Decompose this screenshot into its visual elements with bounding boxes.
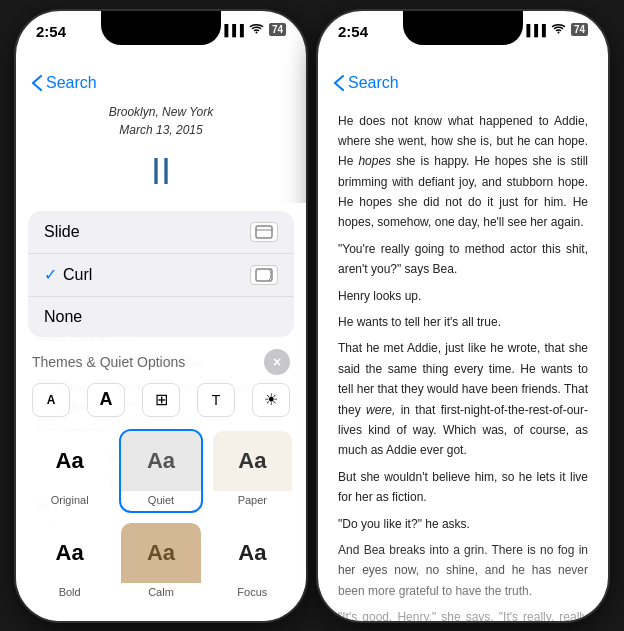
signal-icon-right: ▐▐▐	[522, 24, 545, 36]
theme-card-paper[interactable]: Aa Paper	[211, 429, 294, 513]
overlay-panel: Slide ✓ Curl	[16, 203, 306, 621]
checkmark-icon: ✓	[44, 265, 57, 284]
theme-text-quiet: Aa	[147, 448, 175, 474]
layout-icon: ⊞	[155, 390, 168, 409]
theme-card-focus[interactable]: Aa Focus	[211, 521, 294, 605]
theme-text-calm: Aa	[147, 540, 175, 566]
theme-preview-quiet: Aa	[121, 431, 200, 491]
theme-card-bold[interactable]: Aa Bold	[28, 521, 111, 605]
slide-option-curl[interactable]: ✓ Curl	[28, 254, 294, 297]
book-location: Brooklyn, New YorkMarch 13, 2015	[36, 103, 286, 139]
theme-card-calm[interactable]: Aa Calm	[119, 521, 202, 605]
theme-card-original[interactable]: Aa Original	[28, 429, 111, 513]
theme-preview-paper: Aa	[213, 431, 292, 491]
status-time-right: 2:54	[338, 23, 368, 40]
right-book-text: He does not know what happened to Addie,…	[338, 111, 588, 621]
status-icons-right: ▐▐▐ 74	[522, 23, 588, 37]
close-button[interactable]: ×	[264, 349, 290, 375]
wifi-icon-left	[249, 23, 264, 37]
themes-bar: Themes & Quiet Options ×	[16, 341, 306, 379]
slide-label: Slide	[44, 223, 80, 241]
status-icons-left: ▐▐▐ 74	[220, 23, 286, 37]
battery-icon-left: 74	[269, 23, 286, 36]
theme-preview-bold: Aa	[30, 523, 109, 583]
theme-text-focus: Aa	[238, 540, 266, 566]
toolbar-row: A A ⊞ T ☀	[16, 379, 306, 425]
none-label: None	[44, 308, 82, 326]
nav-bar-left: Search	[16, 63, 306, 103]
theme-preview-calm: Aa	[121, 523, 200, 583]
curl-icon	[250, 265, 278, 285]
large-text-button[interactable]: A	[87, 383, 125, 417]
left-phone: 2:54 ▐▐▐ 74 Search	[16, 11, 306, 621]
font-icon: T	[212, 392, 221, 408]
theme-preview-focus: Aa	[213, 523, 292, 583]
nav-bar-right: Search	[318, 63, 608, 103]
svg-rect-0	[256, 226, 272, 238]
theme-card-quiet[interactable]: Aa Quiet	[119, 429, 202, 513]
brightness-button[interactable]: ☀	[252, 383, 290, 417]
theme-label-calm: Calm	[148, 583, 174, 603]
slide-icon	[250, 222, 278, 242]
theme-label-paper: Paper	[238, 491, 267, 511]
theme-label-original: Original	[51, 491, 89, 511]
small-text-button[interactable]: A	[32, 383, 70, 417]
theme-text-original: Aa	[56, 448, 84, 474]
status-time-left: 2:54	[36, 23, 66, 40]
theme-label-focus: Focus	[237, 583, 267, 603]
layout-button[interactable]: ⊞	[142, 383, 180, 417]
content-area-right: He does not know what happened to Addie,…	[318, 103, 608, 621]
right-phone: 2:54 ▐▐▐ 74 Search	[318, 11, 608, 621]
theme-label-bold: Bold	[59, 583, 81, 603]
back-button-left[interactable]: Search	[32, 74, 97, 92]
theme-preview-original: Aa	[30, 431, 109, 491]
content-area-left: Brooklyn, New YorkMarch 13, 2015 II "Hen…	[16, 103, 306, 621]
back-button-right[interactable]: Search	[334, 74, 399, 92]
battery-icon-right: 74	[571, 23, 588, 36]
wifi-icon-right	[551, 23, 566, 37]
theme-text-paper: Aa	[238, 448, 266, 474]
phones-container: 2:54 ▐▐▐ 74 Search	[16, 11, 608, 621]
signal-icon-left: ▐▐▐	[220, 24, 243, 36]
status-bar-right: 2:54 ▐▐▐ 74	[318, 11, 608, 63]
theme-text-bold: Aa	[56, 540, 84, 566]
small-a-label: A	[47, 393, 56, 407]
slide-option-none[interactable]: None	[28, 297, 294, 337]
book-chapter: II	[36, 143, 286, 201]
slide-options-menu: Slide ✓ Curl	[28, 211, 294, 337]
themes-grid: Aa Original Aa Quiet Aa Pap	[16, 425, 306, 621]
status-bar-left: 2:54 ▐▐▐ 74	[16, 11, 306, 63]
curl-label: Curl	[63, 266, 92, 284]
themes-label: Themes & Quiet Options	[32, 354, 185, 370]
large-a-label: A	[100, 389, 113, 410]
font-button[interactable]: T	[197, 383, 235, 417]
theme-label-quiet: Quiet	[148, 491, 174, 511]
brightness-icon: ☀	[264, 390, 278, 409]
slide-option-slide[interactable]: Slide	[28, 211, 294, 254]
book-header: Brooklyn, New YorkMarch 13, 2015 II	[36, 103, 286, 201]
